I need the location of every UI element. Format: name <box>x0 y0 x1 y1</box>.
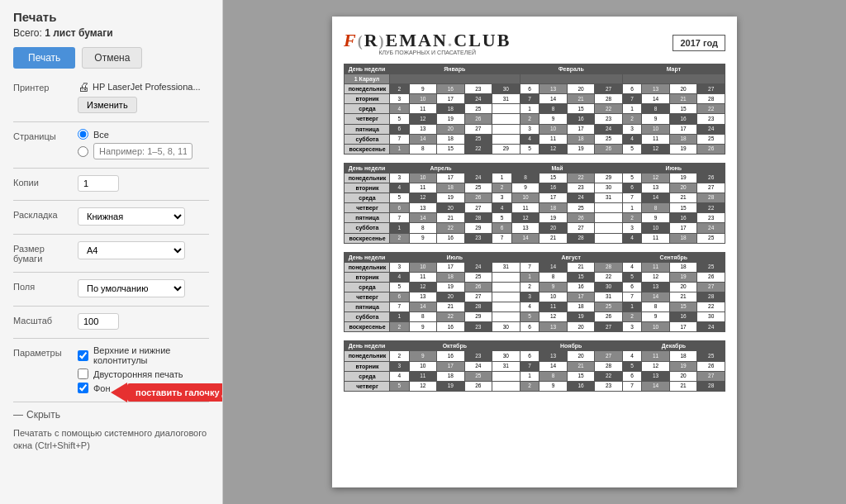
layout-select[interactable]: Книжная <box>78 207 185 226</box>
table-row: понедельник 29162330 6132027 4111825 <box>345 351 725 361</box>
pages-label: Страницы <box>13 129 71 141</box>
param-duplex-checkbox[interactable] <box>78 368 88 379</box>
apr-header: Апрель <box>390 163 492 173</box>
printer-name: 🖨 HP LaserJet Professiona... <box>78 80 209 93</box>
param-duplex-option[interactable]: Двусторонняя печать <box>78 368 209 379</box>
table-row: вторник 310172431 7142128 5121926 <box>345 361 725 371</box>
page-preview: F(R)EMAN.CLUB КЛУБ ПОЖАРНЫХ И СПАСАТЕЛЕЙ… <box>332 17 737 487</box>
table-row: четверг 5121926 291623 291623 <box>345 114 725 124</box>
dec-header: Декабрь <box>622 341 725 351</box>
year-badge: 2017 год <box>673 35 725 51</box>
table-row: среда 4111825 181522 181522 <box>345 104 725 114</box>
panel-title: Печать <box>13 10 209 24</box>
day-col-header: День недели <box>345 64 390 74</box>
q2-calendar: День недели Апрель Май Июнь понедельник … <box>344 163 725 244</box>
pages-all-radio[interactable] <box>78 129 88 140</box>
printer-content: 🖨 HP LaserJet Professiona... Изменить <box>78 80 209 113</box>
table-row: вторник 4111825 29162330 6132027 <box>345 183 725 193</box>
paper-size-row: Размер бумаги A4 <box>13 241 209 264</box>
pages-all-option[interactable]: Все <box>78 129 209 140</box>
print-button[interactable]: Печать <box>13 47 75 69</box>
karauil-1: 1 Караул <box>345 74 390 84</box>
aug-header: Август <box>520 252 622 262</box>
logo-bracket: ( <box>358 33 364 50</box>
table-row: пятница 6132027 3101724 3101724 <box>345 124 725 134</box>
params-content: Верхние и нижние колонтитулы Двустороння… <box>78 345 209 393</box>
logo-text: F(R)EMAN.CLUB <box>344 30 511 51</box>
margins-content: По умолчанию <box>78 279 209 297</box>
logo-eman: EMAN <box>386 30 448 50</box>
table-row: пятница 7142128 5121926 291623 <box>345 213 725 223</box>
scale-row: Масштаб <box>13 313 209 330</box>
jan-header: Январь <box>390 64 520 74</box>
q4-day-header: День недели <box>345 341 390 351</box>
cancel-button[interactable]: Отмена <box>82 47 142 69</box>
oct-header: Октябрь <box>390 341 520 351</box>
q2-table: День недели Апрель Май Июнь понедельник … <box>344 163 725 244</box>
preview-panel: F(R)EMAN.CLUB КЛУБ ПОЖАРНЫХ И СПАСАТЕЛЕЙ… <box>223 0 846 504</box>
layout-content: Книжная <box>78 207 209 226</box>
day-saturday: суббота <box>345 134 390 144</box>
table-row: среда 4111825 181522 6132027 <box>345 371 725 381</box>
mar-header: Март <box>622 64 725 74</box>
params-label: Параметры <box>13 345 71 358</box>
table-row: среда 5121926 291630 6132027 <box>345 282 725 292</box>
change-printer-button[interactable]: Изменить <box>78 97 137 113</box>
day-sunday: воскресенье <box>345 144 390 154</box>
paper-size-label: Размер бумаги <box>13 241 71 264</box>
bottom-link: Печатать с помощью системного диалоговог… <box>13 427 209 453</box>
jan-karauil <box>390 74 520 84</box>
pages-range-input[interactable] <box>93 143 192 159</box>
param-background-checkbox[interactable] <box>78 383 88 393</box>
table-row: воскресенье 291623 7142128 4111825 <box>345 233 725 243</box>
scale-content <box>78 313 209 330</box>
q1-table: День недели Январь Февраль Март 1 Караул <box>344 64 725 155</box>
logo-club: CLUB <box>454 30 511 50</box>
table-row: четверг 6132027 3101731 7142128 <box>345 292 725 302</box>
print-panel: Печать Всего: 1 лист бумаги Печать Отмен… <box>0 0 223 504</box>
feb-header: Февраль <box>520 64 622 74</box>
margins-select[interactable]: По умолчанию <box>78 279 185 297</box>
action-buttons: Печать Отмена <box>13 47 209 69</box>
day-monday: понедельник <box>345 84 390 94</box>
table-row: понедельник 310172431 7142128 4111825 <box>345 262 725 272</box>
table-row: воскресенье 29162330 6132027 3101724 <box>345 322 725 332</box>
q3-calendar: День недели Июль Август Сентябрь понедел… <box>344 252 725 333</box>
day-wednesday: среда <box>345 104 390 114</box>
params-row: Параметры Верхние и нижние колонтитулы Д… <box>13 345 209 393</box>
param-headers-checkbox[interactable] <box>78 350 88 361</box>
annotation-text: поставить галочку для печати в цвете! <box>127 383 223 402</box>
pages-range-option[interactable] <box>78 143 209 159</box>
paper-size-content: A4 <box>78 241 209 259</box>
jun-header: Июнь <box>622 163 725 173</box>
pages-range-radio[interactable] <box>78 146 88 157</box>
nov-header: Ноябрь <box>520 341 622 351</box>
table-row: вторник 4111825 181522 5121926 <box>345 272 725 282</box>
printer-row: Принтер 🖨 HP LaserJet Professiona... Изм… <box>13 80 209 113</box>
q3-table: День недели Июль Август Сентябрь понедел… <box>344 252 725 333</box>
pages-row: Страницы Все <box>13 129 209 159</box>
panel-subtitle: Всего: 1 лист бумаги <box>13 27 209 39</box>
day-friday: пятница <box>345 124 390 134</box>
feb-karauil <box>520 74 622 84</box>
table-row: суббота 7141825 4111825 4111825 <box>345 134 725 144</box>
table-row: среда 5121926 310172431 7142128 <box>345 193 725 203</box>
logo-tagline: КЛУБ ПОЖАРНЫХ И СПАСАТЕЛЕЙ <box>378 50 476 55</box>
arrow-shape <box>111 383 127 402</box>
margins-row: Поля По умолчанию <box>13 279 209 297</box>
layout-label: Раскладка <box>13 207 71 220</box>
table-row: воскресенье 18152229 5121926 5121926 <box>345 144 725 154</box>
hide-link[interactable]: — Скрыть <box>13 409 209 421</box>
calendar-header: F(R)EMAN.CLUB КЛУБ ПОЖАРНЫХ И СПАСАТЕЛЕЙ… <box>344 30 725 55</box>
paper-size-select[interactable]: A4 <box>78 241 185 259</box>
logo-r: R <box>364 30 379 50</box>
copies-input[interactable] <box>78 175 119 192</box>
param-headers-option[interactable]: Верхние и нижние колонтитулы <box>78 345 209 365</box>
printer-label: Принтер <box>13 80 71 93</box>
q1-calendar: День недели Январь Февраль Март 1 Караул <box>344 64 725 155</box>
scale-label: Масштаб <box>13 313 71 326</box>
scale-input[interactable] <box>78 313 119 330</box>
pages-content: Все <box>78 129 209 159</box>
q2-day-header: День недели <box>345 163 390 173</box>
table-row: понедельник 3101724 18152229 5121926 <box>345 173 725 183</box>
